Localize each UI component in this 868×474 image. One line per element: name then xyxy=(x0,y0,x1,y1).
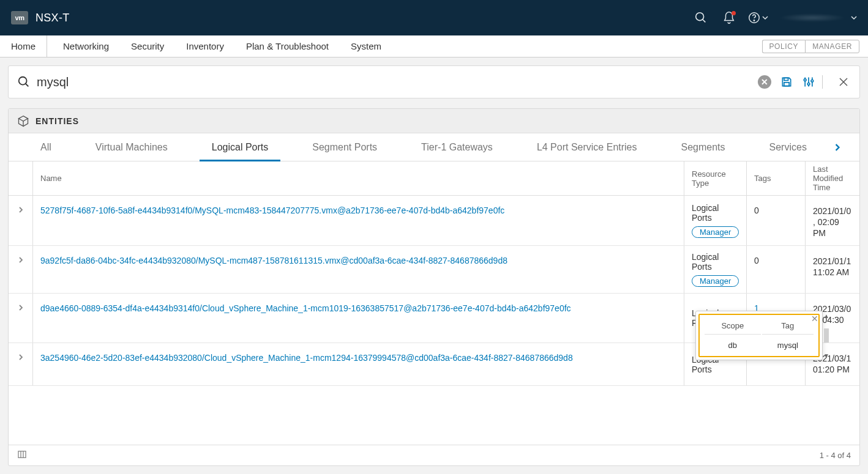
mode-policy-button[interactable]: POLICY xyxy=(762,40,806,53)
close-icon[interactable]: ✕ xyxy=(811,314,818,324)
filter-tab-services[interactable]: Services xyxy=(747,133,829,161)
results-grid: Name Resource Type Tags Last Modified Ti… xyxy=(9,161,859,445)
tag-popover: ✕ Scope Tag db mysql ▲▼ xyxy=(695,311,823,360)
svg-line-5 xyxy=(26,84,29,87)
svg-rect-16 xyxy=(18,451,26,458)
row-name-cell: 5278f75f-4687-10f6-5a8f-e4434b9314f0/MyS… xyxy=(33,196,684,245)
filter-tab-virtual-machines[interactable]: Virtual Machines xyxy=(73,133,190,161)
tabs-scroll-right-icon[interactable] xyxy=(829,133,846,161)
row-type-cell: Logical PortsManager xyxy=(684,196,747,245)
row-name-cell: 3a254960-46e2-5d20-83ef-e4434b932080/Clo… xyxy=(33,343,684,385)
svg-point-4 xyxy=(19,77,27,85)
nav-networking[interactable]: Networking xyxy=(52,35,120,57)
app-topbar: vm NSX-T xyxy=(0,0,868,35)
col-resource-type: Resource Type xyxy=(684,161,747,195)
cube-icon xyxy=(17,115,29,127)
nav-system[interactable]: System xyxy=(340,35,392,57)
panel-title: ENTITIES xyxy=(36,116,79,126)
nav-plan-troubleshoot[interactable]: Plan & Troubleshoot xyxy=(235,35,340,57)
col-name: Name xyxy=(33,161,684,195)
filter-tab-logical-ports[interactable]: Logical Ports xyxy=(190,133,291,161)
row-tags-cell: 0 xyxy=(747,246,806,293)
save-search-icon[interactable] xyxy=(779,75,794,89)
notification-badge xyxy=(731,11,736,15)
row-time-cell: 2021/01/0 , 02:09 PM xyxy=(806,196,859,245)
user-name-redacted xyxy=(779,13,846,22)
table-row: 5278f75f-4687-10f6-5a8f-e4434b9314f0/MyS… xyxy=(9,196,859,246)
expand-row-icon[interactable] xyxy=(9,343,33,385)
tag-popover-tag-value: mysql xyxy=(762,336,814,350)
nav-inventory[interactable]: Inventory xyxy=(175,35,235,57)
svg-rect-6 xyxy=(784,78,788,80)
row-name-link[interactable]: 5278f75f-4687-10f6-5a8f-e4434b9314f0/MyS… xyxy=(40,206,504,215)
tag-popover-scope-value: db xyxy=(705,336,761,350)
row-type-cell: Logical PortsManager xyxy=(684,246,747,293)
row-time-cell: 2021/01/1 11:02 AM xyxy=(806,246,859,293)
clear-search-icon[interactable]: ✕ xyxy=(757,75,772,89)
table-row: 9a92fc5f-da86-04bc-34fc-e4434b932080/MyS… xyxy=(9,246,859,294)
expand-row-icon[interactable] xyxy=(9,294,33,343)
mode-toggle: POLICY MANAGER xyxy=(762,35,860,57)
row-name-link[interactable]: 9a92fc5f-da86-04bc-34fc-e4434b932080/MyS… xyxy=(40,256,507,265)
filter-tab-all[interactable]: All xyxy=(18,133,73,161)
row-name-cell: d9ae4660-0889-6354-df4a-e4434b9314f0/Clo… xyxy=(33,294,684,343)
col-tags: Tags xyxy=(747,161,806,195)
brand-logo: vm xyxy=(11,11,28,24)
close-search-icon[interactable] xyxy=(836,75,851,89)
column-picker-icon[interactable] xyxy=(17,450,27,461)
notifications-icon[interactable] xyxy=(719,8,739,28)
help-menu[interactable] xyxy=(747,11,768,24)
svg-point-13 xyxy=(811,80,814,83)
search-bar: ✕ xyxy=(8,65,860,98)
tags-count: 0 xyxy=(754,256,759,265)
tag-popover-col-tag: Tag xyxy=(762,321,814,335)
tags-count: 0 xyxy=(754,206,759,215)
row-tags-cell: 0 xyxy=(747,196,806,245)
row-name-link[interactable]: d9ae4660-0889-6354-df4a-e4434b9314f0/Clo… xyxy=(40,303,571,313)
col-expand xyxy=(9,161,33,195)
mode-manager-button[interactable]: MANAGER xyxy=(805,40,859,53)
svg-rect-7 xyxy=(784,83,789,86)
grid-footer: 1 - 4 of 4 xyxy=(9,445,859,465)
divider xyxy=(822,75,823,89)
work-area: ✕ ENTITIES AllVirtual MachinesLogical Po… xyxy=(0,57,868,474)
svg-point-9 xyxy=(804,79,806,81)
row-name-cell: 9a92fc5f-da86-04bc-34fc-e4434b932080/MyS… xyxy=(33,246,684,293)
resource-type-label: Logical Ports xyxy=(692,203,739,223)
tag-popover-content: Scope Tag db mysql xyxy=(698,314,820,357)
filter-tab-segments[interactable]: Segments xyxy=(659,133,747,161)
col-last-modified: Last Modified Time xyxy=(806,161,859,195)
filter-tab-l4-port-service-entries[interactable]: L4 Port Service Entries xyxy=(515,133,659,161)
grid-header: Name Resource Type Tags Last Modified Ti… xyxy=(9,161,859,196)
filter-tab-tier-1-gateways[interactable]: Tier-1 Gateways xyxy=(399,133,515,161)
resource-type-label: Logical Ports xyxy=(692,252,739,272)
manager-badge: Manager xyxy=(692,226,739,238)
search-icon[interactable] xyxy=(691,8,711,28)
panel-header: ENTITIES xyxy=(9,109,859,133)
filter-tabs: AllVirtual MachinesLogical PortsSegment … xyxy=(9,133,859,161)
expand-row-icon[interactable] xyxy=(9,196,33,245)
expand-row-icon[interactable] xyxy=(9,246,33,293)
row-name-link[interactable]: 3a254960-46e2-5d20-83ef-e4434b932080/Clo… xyxy=(40,353,573,363)
svg-point-0 xyxy=(696,13,704,21)
tag-popover-col-scope: Scope xyxy=(705,321,761,335)
svg-point-3 xyxy=(754,20,754,21)
svg-line-1 xyxy=(703,20,706,23)
svg-point-11 xyxy=(807,83,810,86)
brand-name: NSX-T xyxy=(36,12,70,24)
search-icon xyxy=(17,75,31,89)
nav-home[interactable]: Home xyxy=(0,35,47,57)
search-input[interactable] xyxy=(37,75,750,89)
results-panel: ENTITIES AllVirtual MachinesLogical Port… xyxy=(8,108,860,466)
pagination-range: 1 - 4 of 4 xyxy=(820,451,851,460)
manager-badge: Manager xyxy=(692,275,739,287)
filter-tab-segment-ports[interactable]: Segment Ports xyxy=(290,133,399,161)
popover-scrollbar[interactable]: ▲▼ xyxy=(822,311,831,360)
nav-security[interactable]: Security xyxy=(120,35,175,57)
filter-settings-icon[interactable] xyxy=(801,75,816,89)
user-menu[interactable] xyxy=(779,13,857,22)
main-nav: Home Networking Security Inventory Plan … xyxy=(0,35,868,57)
